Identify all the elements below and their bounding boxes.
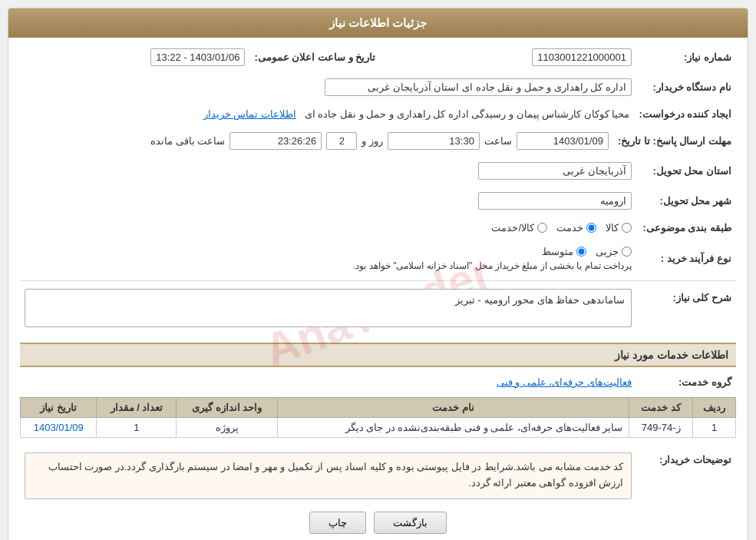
btn-back[interactable]: بازگشت: [374, 512, 447, 534]
publish-datetime-label: تاریخ و ساعت اعلان عمومی:: [249, 45, 380, 69]
info-table-deadline: مهلت ارسال پاسخ: تا تاریخ: 1403/01/09 سا…: [20, 129, 736, 153]
need-number-value: 1103001221000001: [395, 45, 636, 69]
info-table-service-group: گروه خدمت: فعالیت‌های حرفه‌ای، علمی و فن…: [20, 373, 736, 391]
purchase-type-option-jozii: جزیی: [596, 246, 632, 257]
buyer-org-value: اداره کل راهداری و حمل و نقل جاده ای است…: [20, 75, 636, 99]
description-value: ساماندهی حفاظ های محور ارومیه - تبریز: [20, 286, 636, 330]
purchase-type-radio-jozii[interactable]: [622, 247, 632, 257]
page-container: جزئیات اطلاعات نیاز شماره نیاز: 11030012…: [0, 0, 756, 540]
timer-row: 1403/01/09 ساعت 13:30 روز و 2 23:26:26 س…: [25, 132, 609, 150]
category-option-kala: کالا: [606, 222, 632, 234]
category-radio-kala[interactable]: [622, 223, 632, 233]
category-radios: کالا خدمت کالا/خدمت: [20, 219, 636, 237]
response-remaining-label: ساعت باقی مانده: [150, 135, 225, 147]
response-time-label: ساعت: [484, 135, 512, 147]
col-unit: واحد اندازه گیری: [177, 398, 277, 418]
description-label: شرح کلی نیاز:: [636, 286, 736, 330]
watermark-area: AnaTender شرح کلی نیاز: ساماندهی حفاظ ها…: [20, 286, 736, 336]
city-box: ارومیه: [478, 192, 632, 210]
purchase-type-label-jozii: جزیی: [596, 246, 619, 257]
purchase-type-radio-motavasset[interactable]: [576, 247, 586, 257]
purchase-type-note: پرداخت تمام یا بخشی از مبلغ خریداز محل "…: [25, 260, 632, 271]
col-row-num: ردیف: [693, 398, 736, 418]
category-radio-kala-khedmat[interactable]: [537, 223, 547, 233]
main-card: جزئیات اطلاعات نیاز شماره نیاز: 11030012…: [8, 8, 748, 540]
service-group-link[interactable]: فعالیت‌های حرفه‌ای، علمی و فنی: [497, 376, 632, 388]
creator-value: محیا کوکان کارشناس پیمان و رسیدگی اداره …: [20, 105, 634, 123]
col-date: تاریخ نیاز: [21, 398, 97, 418]
creator-link[interactable]: اطلاعات تماس خریدار: [203, 108, 296, 120]
services-section-header: اطلاعات خدمات مورد نیاز: [20, 343, 736, 367]
category-label-khedmat: خدمت: [556, 222, 583, 234]
services-table: ردیف کد خدمت نام خدمت واحد اندازه گیری ت…: [20, 397, 736, 438]
response-deadline-label: مهلت ارسال پاسخ: تا تاریخ:: [613, 129, 736, 153]
province-box: آذربایجان غربی: [478, 162, 632, 180]
creator-text: محیا کوکان کارشناس پیمان و رسیدگی اداره …: [305, 108, 630, 120]
response-days-box: 2: [326, 132, 357, 150]
card-body: شماره نیاز: 1103001221000001 تاریخ و ساع…: [8, 38, 748, 540]
buyer-org-label: نام دستگاه خریدار:: [636, 75, 736, 99]
category-label-kala-khedmat: کالا/خدمت: [491, 222, 534, 234]
province-value: آذربایجان غربی: [20, 159, 636, 183]
col-quantity: تعداد / مقدار: [97, 398, 177, 418]
purchase-type-option-motavasset: متوسط: [542, 246, 586, 257]
cell-unit: پروژه: [177, 418, 277, 438]
col-service-code: کد خدمت: [629, 398, 693, 418]
publish-datetime-box: 1403/01/06 - 13:22: [150, 48, 245, 66]
buyer-org-box: اداره کل راهداری و حمل و نقل جاده ای است…: [325, 78, 632, 96]
response-deadline-value: 1403/01/09 ساعت 13:30 روز و 2 23:26:26 س…: [20, 129, 613, 153]
province-label: استان محل تحویل:: [636, 159, 736, 183]
info-table-city: شهر محل تحویل: ارومیه: [20, 189, 736, 213]
col-service-name: نام خدمت: [277, 398, 629, 418]
buyer-notes-box: کد خدمت مشابه می باشد.شرایط در فایل پیوس…: [25, 452, 632, 499]
purchase-type-radios: جزیی متوسط پرداخت تمام یا بخشی از مبلغ خ…: [20, 243, 636, 274]
creator-label: ایجاد کننده درخواست:: [634, 105, 736, 123]
purchase-type-radio-group: جزیی متوسط: [25, 246, 632, 257]
response-days-label: روز و: [361, 135, 383, 147]
category-label: طبقه بندی موضوعی:: [636, 219, 736, 237]
city-label: شهر محل تحویل:: [636, 189, 736, 213]
buyer-notes-label: توضیحات خریدار:: [636, 449, 736, 502]
info-table-purchase-type: نوع فرآیند خرید : جزیی متوسط: [20, 243, 736, 274]
category-label-kala: کالا: [606, 222, 619, 234]
buyer-notes-value: کد خدمت مشابه می باشد.شرایط در فایل پیوس…: [20, 449, 636, 502]
category-radio-group: کالا خدمت کالا/خدمت: [25, 222, 632, 234]
page-title: جزئیات اطلاعات نیاز: [8, 8, 748, 38]
cell-service-name: سایر فعالیت‌های حرفه‌ای، علمی و فنی طبقه…: [277, 418, 629, 438]
cell-service-code: ز-74-749: [629, 418, 693, 438]
table-row: 1 ز-74-749 سایر فعالیت‌های حرفه‌ای، علمی…: [21, 418, 736, 438]
publish-datetime-value: 1403/01/06 - 13:22: [20, 45, 249, 69]
service-group-value: فعالیت‌های حرفه‌ای، علمی و فنی: [20, 373, 636, 391]
need-number-box: 1103001221000001: [532, 48, 632, 66]
info-table-category: طبقه بندی موضوعی: کالا خدمت: [20, 219, 736, 237]
response-time-box: 13:30: [388, 132, 480, 150]
info-table-desc: شرح کلی نیاز: ساماندهی حفاظ های محور ارو…: [20, 286, 736, 330]
category-option-khedmat: خدمت: [556, 222, 596, 234]
info-table-province: استان محل تحویل: آذربایجان غربی: [20, 159, 736, 183]
description-box: ساماندهی حفاظ های محور ارومیه - تبریز: [25, 289, 632, 327]
cell-date: 1403/01/09: [21, 418, 97, 438]
need-number-label: شماره نیاز:: [636, 45, 736, 69]
category-radio-khedmat[interactable]: [586, 223, 596, 233]
info-table-creator: ایجاد کننده درخواست: محیا کوکان کارشناس …: [20, 105, 736, 123]
response-remaining-box: 23:26:26: [229, 132, 322, 150]
category-option-kala-khedmat: کالا/خدمت: [491, 222, 547, 234]
info-table-buyer: نام دستگاه خریدار: اداره کل راهداری و حم…: [20, 75, 736, 99]
divider-1: [20, 280, 736, 281]
btn-print[interactable]: چاپ: [309, 512, 366, 534]
service-group-label: گروه خدمت:: [636, 373, 736, 391]
info-table-top: شماره نیاز: 1103001221000001 تاریخ و ساع…: [20, 45, 736, 69]
purchase-type-label-motavasset: متوسط: [542, 246, 573, 257]
btn-group: بازگشت چاپ: [20, 512, 736, 534]
cell-quantity: 1: [97, 418, 177, 438]
city-value: ارومیه: [20, 189, 636, 213]
response-date-box: 1403/01/09: [517, 132, 609, 150]
cell-row-num: 1: [693, 418, 736, 438]
purchase-type-label: نوع فرآیند خرید :: [636, 243, 736, 274]
info-table-notes: توضیحات خریدار: کد خدمت مشابه می باشد.شر…: [20, 449, 736, 502]
